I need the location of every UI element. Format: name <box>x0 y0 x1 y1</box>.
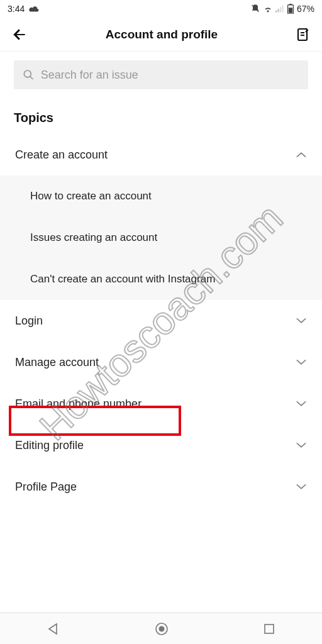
subitem-cant-create-instagram[interactable]: Can't create an account with Instagram <box>0 258 322 300</box>
svg-point-14 <box>158 626 164 631</box>
search-box[interactable] <box>14 60 308 89</box>
nav-home-icon[interactable] <box>155 622 169 636</box>
battery-icon <box>287 4 294 14</box>
svg-rect-3 <box>280 7 281 12</box>
svg-rect-6 <box>289 4 292 5</box>
status-time: 3:44 <box>8 4 25 14</box>
topic-label: Editing profile <box>15 439 84 452</box>
topics-heading: Topics <box>0 96 322 134</box>
topic-profile-page[interactable]: Profile Page <box>0 466 322 508</box>
svg-rect-2 <box>277 9 279 13</box>
topic-create-account[interactable]: Create an account <box>0 134 322 175</box>
svg-line-12 <box>30 76 33 79</box>
svg-point-11 <box>24 70 31 77</box>
chevron-down-icon <box>296 317 307 325</box>
chevron-down-icon <box>296 400 307 408</box>
svg-rect-4 <box>282 5 283 12</box>
topic-label: Manage account <box>15 356 99 369</box>
signal-icon <box>275 5 284 13</box>
wifi-icon <box>263 5 273 13</box>
svg-rect-15 <box>265 625 274 633</box>
subitem-issues-creating[interactable]: Issues creating an account <box>0 217 322 258</box>
cloud-icon <box>28 5 40 13</box>
chevron-down-icon <box>296 358 307 366</box>
subitems-create-account: How to create an account Issues creating… <box>0 175 322 300</box>
subitem-how-to-create[interactable]: How to create an account <box>0 175 322 217</box>
page-title: Account and profile <box>106 28 218 42</box>
topic-login[interactable]: Login <box>0 300 322 341</box>
topic-label: Create an account <box>15 148 108 162</box>
topic-label: Login <box>15 314 43 328</box>
search-icon <box>23 69 35 81</box>
chevron-down-icon <box>296 441 307 449</box>
android-nav-bar <box>0 613 322 644</box>
back-icon[interactable] <box>11 26 28 43</box>
svg-rect-7 <box>289 8 292 13</box>
chevron-up-icon <box>296 151 307 158</box>
battery-percent: 67% <box>297 4 314 14</box>
mute-icon <box>250 4 260 14</box>
header: Account and profile <box>0 18 322 52</box>
topic-email-phone[interactable]: Email and phone number <box>0 383 322 425</box>
status-bar: 3:44 67% <box>0 0 322 18</box>
topic-label: Profile Page <box>15 480 77 494</box>
note-icon[interactable] <box>296 27 311 42</box>
topic-manage-account[interactable]: Manage account <box>0 341 322 383</box>
search-input[interactable] <box>41 69 299 82</box>
nav-recent-icon[interactable] <box>264 623 275 635</box>
nav-back-icon[interactable] <box>47 623 60 635</box>
topic-label: Email and phone number <box>15 397 142 411</box>
chevron-down-icon <box>296 483 307 491</box>
topic-editing-profile[interactable]: Editing profile <box>0 425 322 466</box>
svg-rect-1 <box>275 11 277 13</box>
